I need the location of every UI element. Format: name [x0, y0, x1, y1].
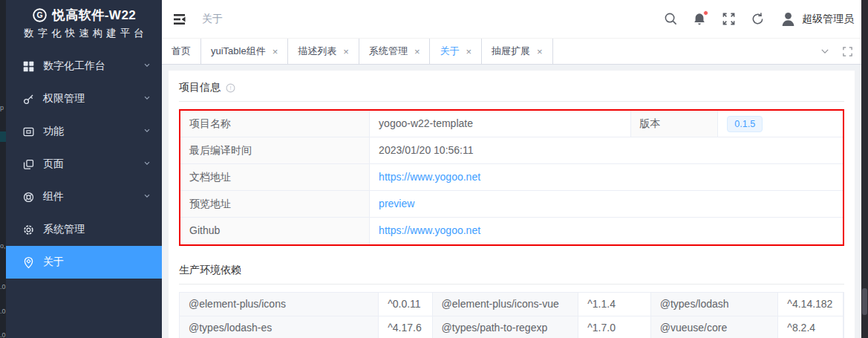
tab-description-list[interactable]: 描述列表 × — [288, 39, 359, 64]
desc-label: Github — [180, 218, 370, 244]
sidebar-item-system[interactable]: 系统管理 — [6, 213, 162, 246]
tab-about[interactable]: 关于 × — [430, 39, 482, 64]
menu-fold-icon[interactable] — [171, 10, 190, 29]
project-info-title-row: 项目信息 ! — [179, 77, 844, 102]
tab-home[interactable]: 首页 — [162, 39, 201, 64]
dep-version: ^4.14.182 — [778, 293, 843, 316]
tab-label: 系统管理 — [369, 45, 408, 58]
dep-name: @types/path-to-regexp — [433, 316, 579, 338]
notification-badge — [703, 10, 708, 16]
docs-link[interactable]: https://www.yogoo.net — [379, 171, 480, 183]
content-area: 项目信息 ! 项目名称 yogoo-w22-template 版本 0.1.5 … — [162, 65, 861, 338]
sidebar-item-label: 功能 — [43, 125, 64, 138]
chevron-down-icon — [143, 126, 151, 135]
version-tag: 0.1.5 — [727, 116, 763, 132]
grid-icon — [22, 60, 35, 73]
dep-version: ^1.1.4 — [578, 293, 650, 316]
edge-text-fragment: o, — [0, 242, 6, 250]
chevron-down-icon — [143, 94, 151, 103]
svg-text:G: G — [36, 10, 42, 19]
info-warning-icon[interactable]: ! — [225, 82, 236, 94]
close-icon[interactable]: × — [537, 47, 543, 56]
main-area: 关于 超级管理员 — [162, 0, 861, 338]
github-link[interactable]: https://www.yogoo.net — [379, 224, 480, 236]
dep-version: ^0.0.11 — [379, 293, 432, 316]
section-title-text: 生产环境依赖 — [179, 264, 241, 277]
logo-icon: G — [32, 7, 48, 23]
username: 超级管理员 — [802, 13, 854, 26]
desc-value: 2023/01/20 10:56:11 — [370, 137, 843, 164]
sidebar-item-label: 权限管理 — [43, 92, 85, 105]
tab-system[interactable]: 系统管理 × — [359, 39, 431, 64]
user-menu[interactable]: 超级管理员 — [779, 10, 854, 28]
dep-name: @element-plus/icons — [180, 293, 379, 316]
edge-text-fragment: .0 — [0, 308, 6, 315]
desc-label: 版本 — [631, 111, 719, 137]
sidebar-item-pages[interactable]: 页面 — [6, 148, 162, 181]
avatar — [779, 10, 797, 28]
chevron-down-icon — [143, 159, 151, 168]
close-icon[interactable]: × — [273, 47, 278, 56]
desc-value: preview — [370, 191, 843, 218]
tab-yuitable[interactable]: yuiTable组件 × — [201, 39, 288, 64]
sidebar-item-components[interactable]: 组件 — [6, 181, 162, 213]
sidebar-item-functions[interactable]: 功能 — [6, 115, 162, 148]
app-subtitle: 数字化快速构建平台 — [6, 27, 162, 40]
close-icon[interactable]: × — [414, 47, 420, 56]
header-actions: 超级管理员 — [663, 10, 854, 28]
app-logo[interactable]: G 悦高软件-W22 — [6, 0, 162, 24]
key-icon — [22, 93, 35, 105]
close-icon[interactable]: × — [466, 47, 471, 56]
desc-label: 项目名称 — [180, 111, 370, 137]
left-edge-window-strip: p o, .0 .0 .0 — [0, 0, 6, 338]
ring-icon — [22, 191, 35, 204]
tab-dropdown-chevron-icon[interactable] — [815, 42, 835, 61]
sidebar-item-label: 页面 — [43, 157, 64, 171]
desc-value: 0.1.5 — [718, 111, 843, 137]
tab-label: 描述列表 — [298, 45, 336, 58]
dependencies-title-row: 生产环境依赖 — [179, 259, 844, 285]
sidebar-item-label: 组件 — [43, 190, 64, 204]
gear-icon — [22, 224, 35, 236]
dep-name: @element-plus/icons-vue — [433, 293, 579, 316]
refresh-icon[interactable] — [750, 12, 765, 27]
sidebar-item-permissions[interactable]: 权限管理 — [6, 82, 162, 115]
dependencies-section: 生产环境依赖 @element-plus/icons ^0.0.11 @elem… — [179, 259, 844, 338]
sidebar-menu: 数字化工作台 权限管理 功能 页面 — [6, 50, 162, 279]
tab-bar: 首页 yuiTable组件 × 描述列表 × 系统管理 × 关于 × 抽屉扩展 … — [162, 39, 861, 65]
svg-text:!: ! — [229, 85, 231, 91]
desc-label: 最后编译时间 — [180, 137, 370, 164]
preview-link[interactable]: preview — [379, 198, 414, 209]
desc-value: yogoo-w22-template — [370, 111, 630, 137]
dependencies-table: @element-plus/icons ^0.0.11 @element-plu… — [179, 292, 844, 338]
right-edge-window-strip — [861, 0, 868, 338]
desc-value: https://www.yogoo.net — [370, 164, 843, 191]
app-title: 悦高软件-W22 — [53, 7, 137, 24]
tab-drawer-extension[interactable]: 抽屉扩展 × — [482, 39, 553, 64]
chevron-down-icon — [143, 192, 151, 201]
sidebar-item-label: 关于 — [43, 256, 64, 269]
content-fullscreen-icon[interactable] — [838, 42, 857, 61]
tab-label: 首页 — [172, 45, 191, 58]
dep-name: @types/lodash-es — [180, 316, 379, 338]
desc-label: 预览地址 — [180, 191, 370, 218]
project-info-table: 项目名称 yogoo-w22-template 版本 0.1.5 最后编译时间 … — [179, 109, 844, 246]
edge-text-fragment: .0 — [0, 331, 6, 338]
scrollbar-thumb[interactable] — [862, 288, 867, 315]
app-window: p o, .0 .0 .0 G 悦高软件-W22 数字化快速构建平台 数字化工作… — [0, 0, 868, 338]
chevron-down-icon — [143, 61, 151, 70]
edge-text-fragment: p — [0, 104, 4, 111]
fullscreen-icon[interactable] — [721, 12, 736, 27]
sidebar-item-about[interactable]: 关于 — [6, 246, 162, 279]
copy-pages-icon — [22, 158, 35, 171]
bell-icon[interactable] — [692, 12, 707, 27]
tab-label: 关于 — [440, 45, 459, 58]
sidebar-item-workbench[interactable]: 数字化工作台 — [6, 50, 162, 82]
tab-controls — [815, 39, 861, 64]
close-icon[interactable]: × — [343, 47, 349, 56]
tab-label: yuiTable组件 — [211, 45, 266, 58]
top-header: 关于 超级管理员 — [162, 0, 861, 39]
dep-version: ^1.7.0 — [578, 316, 650, 338]
search-icon[interactable] — [663, 12, 678, 27]
edge-selection-block — [0, 131, 6, 142]
